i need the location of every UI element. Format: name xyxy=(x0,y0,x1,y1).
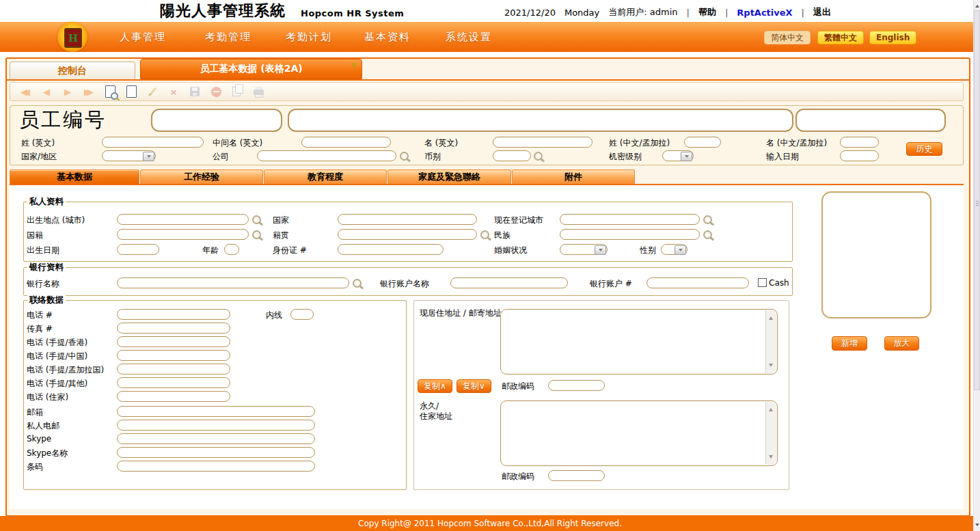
scroll-up-icon[interactable] xyxy=(975,3,979,8)
subtab-education[interactable]: 教育程度 xyxy=(264,169,387,184)
nav-item-attendance[interactable]: 考勤管理 xyxy=(205,31,251,44)
subtab-attachments[interactable]: 附件 xyxy=(512,169,635,184)
company-search-icon[interactable] xyxy=(400,152,409,161)
scroll-down-icon[interactable] xyxy=(975,523,979,528)
id-number-input[interactable] xyxy=(338,244,444,255)
employee-name-display-input[interactable] xyxy=(288,109,793,132)
employee-id-input[interactable] xyxy=(151,109,282,132)
birth-place-search-icon[interactable] xyxy=(252,215,261,224)
permanent-address-textarea[interactable] xyxy=(500,400,778,466)
next-record-icon[interactable]: ▶ xyxy=(59,84,76,99)
logout-link[interactable]: 退出 xyxy=(813,6,831,18)
logo-letter: H xyxy=(64,28,82,48)
cancel-icon[interactable]: × xyxy=(165,84,182,99)
given-name-en-input[interactable] xyxy=(493,137,593,148)
footer-bar: Copy Right@ 2011 Hopcom Software Co.,Ltd… xyxy=(0,516,980,531)
delete-icon[interactable] xyxy=(208,84,224,99)
copy-icon[interactable] xyxy=(229,84,245,99)
lang-english-button[interactable]: English xyxy=(869,31,916,44)
scrollbar-thumb[interactable] xyxy=(974,10,980,390)
country-input[interactable] xyxy=(338,214,477,225)
age-input[interactable] xyxy=(224,244,239,255)
mobile-other-input[interactable] xyxy=(117,377,230,388)
currency-search-icon[interactable] xyxy=(534,152,543,161)
tab-console[interactable]: 控制台 xyxy=(10,62,135,79)
close-icon[interactable]: × xyxy=(350,59,357,70)
nationality-search-icon[interactable] xyxy=(252,230,261,239)
textarea-scrollbar[interactable] xyxy=(765,310,776,373)
employee-photo-box xyxy=(821,191,931,318)
given-name-en-label: 名 (英文) xyxy=(424,137,458,149)
current-city-input[interactable] xyxy=(560,214,700,225)
current-city-search-icon[interactable] xyxy=(703,215,712,224)
given-name-cn-input[interactable] xyxy=(840,137,879,148)
skype-name-input[interactable] xyxy=(117,447,315,458)
lang-simplified-button[interactable]: 简体中文 xyxy=(764,31,811,44)
private-email-input[interactable] xyxy=(117,420,315,431)
nav-item-basic-data[interactable]: 基本资料 xyxy=(364,31,411,44)
history-button[interactable]: 历史 xyxy=(906,142,942,156)
gender-select[interactable] xyxy=(661,244,688,255)
surname-en-input[interactable] xyxy=(102,137,204,148)
ethnicity-search-icon[interactable] xyxy=(703,230,712,239)
rptactivex-link[interactable]: RptActiveX xyxy=(737,8,792,18)
mobile-cn-input[interactable] xyxy=(117,350,230,361)
bank-account-name-input[interactable] xyxy=(450,277,568,288)
currency-input[interactable] xyxy=(493,150,531,161)
subtab-work-experience[interactable]: 工作经验 xyxy=(140,169,263,184)
bank-account-no-input[interactable] xyxy=(646,277,749,288)
tab-employee-basic-data[interactable]: 员工基本数据 (表格2A) × xyxy=(140,59,362,79)
nav-item-hr[interactable]: 人事管理 xyxy=(120,31,166,44)
print-icon[interactable] xyxy=(250,84,267,99)
help-link[interactable]: 帮助 xyxy=(698,6,716,18)
previous-record-icon[interactable]: ◀ xyxy=(38,84,55,99)
save-icon[interactable] xyxy=(187,84,203,99)
security-level-select[interactable] xyxy=(662,150,694,161)
native-place-input[interactable] xyxy=(338,229,477,240)
nav-item-attendance-plan[interactable]: 考勤计划 xyxy=(286,31,332,44)
birth-date-input[interactable] xyxy=(117,244,159,255)
subtab-family-emergency[interactable]: 家庭及緊急聯絡 xyxy=(387,169,511,184)
page-scrollbar[interactable] xyxy=(973,0,980,531)
textarea-scrollbar[interactable] xyxy=(765,402,776,465)
bank-name-input[interactable] xyxy=(117,277,349,288)
edit-icon[interactable] xyxy=(144,84,161,99)
birth-place-input[interactable] xyxy=(117,214,249,225)
employee-name-cn-display-input[interactable] xyxy=(795,109,946,132)
current-address-textarea[interactable] xyxy=(500,309,778,375)
subtab-basic-data[interactable]: 基本数据 xyxy=(10,169,139,184)
company-input[interactable] xyxy=(257,150,396,161)
barcode-input[interactable] xyxy=(117,461,315,472)
skype-input[interactable] xyxy=(117,433,315,444)
copy-down-button[interactable]: 复制∨ xyxy=(457,379,491,393)
last-record-icon[interactable]: ▶▶ xyxy=(81,84,97,99)
bank-name-search-icon[interactable] xyxy=(353,279,362,288)
native-place-search-icon[interactable] xyxy=(480,230,489,239)
postal-code-input[interactable] xyxy=(548,380,605,391)
cash-checkbox[interactable] xyxy=(758,278,767,287)
marital-status-select[interactable] xyxy=(560,244,608,255)
ethnicity-input[interactable] xyxy=(560,229,700,240)
phone-home-input[interactable] xyxy=(117,391,230,402)
fax-input[interactable] xyxy=(117,323,230,333)
photo-zoom-button[interactable]: 放大 xyxy=(884,336,919,351)
mobile-bd-input[interactable] xyxy=(117,364,230,375)
postal-code2-input[interactable] xyxy=(548,470,605,481)
extension-input[interactable] xyxy=(290,309,314,320)
nationality-input[interactable] xyxy=(117,229,249,240)
country-region-select[interactable] xyxy=(102,150,156,161)
email-input[interactable] xyxy=(117,406,315,417)
first-record-icon[interactable]: ◀◀ xyxy=(17,84,33,99)
copy-up-button[interactable]: 复制∧ xyxy=(418,379,452,393)
photo-add-button[interactable]: 新增 xyxy=(832,336,867,351)
surname-cn-input[interactable] xyxy=(684,137,721,148)
chevron-down-icon xyxy=(595,245,606,255)
preview-icon[interactable] xyxy=(102,84,118,99)
mobile-hk-input[interactable] xyxy=(117,336,230,347)
phone-input[interactable] xyxy=(117,309,230,320)
lang-traditional-button[interactable]: 繁體中文 xyxy=(817,31,864,44)
new-record-icon[interactable] xyxy=(123,84,139,99)
input-date-input[interactable] xyxy=(840,150,879,161)
middle-name-en-input[interactable] xyxy=(301,137,391,148)
nav-item-system-settings[interactable]: 系统设置 xyxy=(446,31,492,44)
